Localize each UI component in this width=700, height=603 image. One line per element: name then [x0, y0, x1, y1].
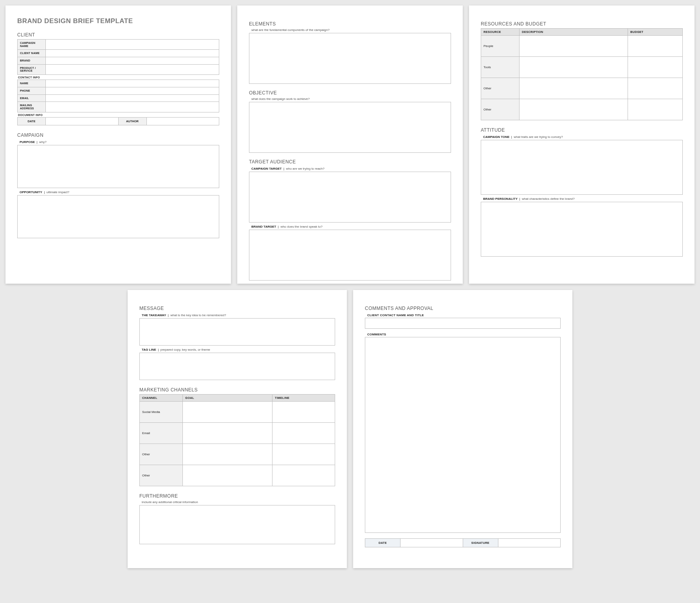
section-message: MESSAGE	[139, 306, 335, 311]
label-campaign-target: CAMPAIGN TARGET | who are we trying to r…	[251, 167, 451, 170]
label-author: AUTHOR	[118, 117, 146, 125]
label-takeaway: THE TAKEAWAY | what is the key idea to b…	[142, 313, 335, 317]
ch-tl-3[interactable]	[272, 465, 335, 486]
page-5: COMMENTS AND APPROVAL CLIENT CONTACT NAM…	[353, 290, 572, 568]
input-address[interactable]	[46, 102, 219, 112]
hint-furthermore: include any additional critical informat…	[142, 500, 335, 504]
group-contact-info: CONTACT INFO	[17, 75, 219, 80]
section-target-audience: TARGET AUDIENCE	[249, 159, 451, 165]
res-desc-3[interactable]	[520, 99, 628, 120]
label-name: NAME	[18, 80, 46, 87]
label-comments: COMMENTS	[367, 333, 561, 336]
label-tagline: TAG LINE | prepared copy, key words, or …	[142, 348, 335, 351]
input-opportunity[interactable]	[17, 195, 219, 238]
input-tagline[interactable]	[139, 353, 335, 380]
ch-goal-1[interactable]	[183, 423, 272, 444]
col-resource: RESOURCE	[481, 29, 520, 36]
ch-tl-0[interactable]	[272, 402, 335, 423]
label-personality: BRAND PERSONALITY | what characteristics…	[483, 197, 683, 201]
section-comments-approval: COMMENTS AND APPROVAL	[365, 306, 561, 311]
res-budget-0[interactable]	[628, 36, 683, 57]
col-budget: BUDGET	[628, 29, 683, 36]
input-client-contact[interactable]	[365, 318, 561, 329]
input-brand-target[interactable]	[249, 230, 451, 281]
label-phone: PHONE	[18, 87, 46, 94]
res-row-2: Other	[481, 78, 520, 99]
label-client-contact: CLIENT CONTACT NAME AND TITLE	[367, 313, 561, 317]
res-row-0: People	[481, 36, 520, 57]
res-budget-3[interactable]	[628, 99, 683, 120]
input-comments[interactable]	[365, 337, 561, 533]
col-timeline: TIMELINE	[272, 395, 335, 402]
signature-table: DATE SIGNATURE	[365, 538, 561, 547]
ch-row-3: Other	[140, 465, 183, 486]
input-sig-date[interactable]	[401, 539, 463, 547]
page-1: BRAND DESIGN BRIEF TEMPLATE CLIENT CAMPA…	[5, 5, 231, 284]
input-campaign-name[interactable]	[46, 40, 219, 50]
section-client: CLIENT	[17, 32, 219, 38]
section-attitude: ATTITUDE	[481, 127, 683, 133]
input-takeaway[interactable]	[139, 318, 335, 346]
page-2: ELEMENTS what are the fundamental compon…	[237, 5, 463, 284]
col-goal: GOAL	[183, 395, 272, 402]
label-date: DATE	[18, 117, 46, 125]
section-campaign: CAMPAIGN	[17, 132, 219, 138]
input-signature[interactable]	[498, 539, 561, 547]
res-desc-2[interactable]	[520, 78, 628, 99]
res-row-3: Other	[481, 99, 520, 120]
input-purpose[interactable]	[17, 145, 219, 188]
input-email[interactable]	[46, 94, 219, 102]
input-brand[interactable]	[46, 57, 219, 65]
page-3: RESOURCES AND BUDGET RESOURCE DESCRIPTIO…	[469, 5, 695, 284]
input-phone[interactable]	[46, 87, 219, 94]
label-brand: BRAND	[18, 57, 46, 65]
section-elements: ELEMENTS	[249, 21, 451, 27]
doc-title: BRAND DESIGN BRIEF TEMPLATE	[17, 17, 219, 25]
input-objective[interactable]	[249, 102, 451, 153]
input-client-name[interactable]	[46, 50, 219, 57]
input-campaign-target[interactable]	[249, 172, 451, 223]
section-objective: OBJECTIVE	[249, 90, 451, 96]
section-marketing-channels: MARKETING CHANNELS	[139, 387, 335, 393]
ch-tl-1[interactable]	[272, 423, 335, 444]
res-desc-0[interactable]	[520, 36, 628, 57]
col-channel: CHANNEL	[140, 395, 183, 402]
ch-goal-3[interactable]	[183, 465, 272, 486]
label-tone: CAMPAIGN TONE | what traits are we tryin…	[483, 135, 683, 139]
input-furthermore[interactable]	[139, 505, 335, 544]
section-furthermore: FURTHERMORE	[139, 493, 335, 499]
input-date[interactable]	[46, 117, 119, 125]
label-purpose: PURPOSE | why?	[20, 140, 219, 144]
contact-table: NAME PHONE EMAIL MAILING ADDRESS	[17, 80, 219, 112]
page-4: MESSAGE THE TAKEAWAY | what is the key i…	[128, 290, 347, 568]
ch-goal-2[interactable]	[183, 444, 272, 465]
label-email: EMAIL	[18, 94, 46, 102]
channels-table: CHANNEL GOAL TIMELINE Social Media Email…	[139, 394, 335, 486]
input-elements[interactable]	[249, 33, 451, 84]
res-budget-2[interactable]	[628, 78, 683, 99]
label-client-name: CLIENT NAME	[18, 50, 46, 57]
ch-row-2: Other	[140, 444, 183, 465]
label-address: MAILING ADDRESS	[18, 102, 46, 112]
input-product[interactable]	[46, 64, 219, 74]
client-table: CAMPAIGN NAME CLIENT NAME BRAND PRODUCT …	[17, 39, 219, 75]
hint-objective: what does the campaign work to achieve?	[251, 97, 451, 101]
res-budget-1[interactable]	[628, 57, 683, 78]
res-row-1: Tools	[481, 57, 520, 78]
col-description: DESCRIPTION	[520, 29, 628, 36]
ch-row-1: Email	[140, 423, 183, 444]
group-doc-info: DOCUMENT INFO	[17, 112, 219, 117]
label-signature: SIGNATURE	[463, 539, 498, 547]
ch-goal-0[interactable]	[183, 402, 272, 423]
label-sig-date: DATE	[365, 539, 401, 547]
ch-row-0: Social Media	[140, 402, 183, 423]
hint-elements: what are the fundamental components of t…	[251, 28, 451, 32]
docinfo-table: DATE AUTHOR	[17, 117, 219, 125]
res-desc-1[interactable]	[520, 57, 628, 78]
input-personality[interactable]	[481, 202, 683, 257]
ch-tl-2[interactable]	[272, 444, 335, 465]
input-tone[interactable]	[481, 140, 683, 195]
input-author[interactable]	[146, 117, 219, 125]
input-name[interactable]	[46, 80, 219, 87]
label-brand-target: BRAND TARGET | who does the brand speak …	[251, 225, 451, 228]
